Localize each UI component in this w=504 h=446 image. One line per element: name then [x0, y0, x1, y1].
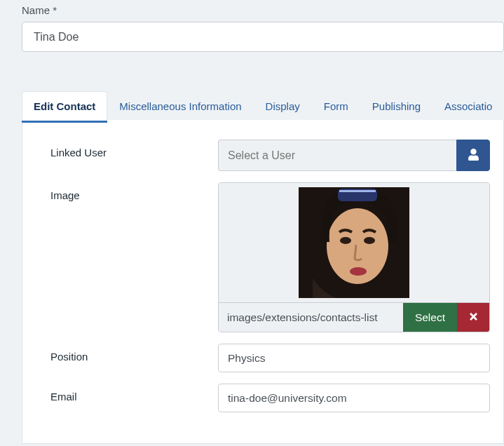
- svg-point-6: [350, 267, 367, 276]
- tab-associations[interactable]: Associatio: [433, 91, 504, 121]
- tab-label: Miscellaneous Information: [119, 100, 241, 112]
- image-field: Select: [218, 182, 490, 332]
- linked-user-label: Linked User: [50, 140, 218, 158]
- svg-rect-3: [339, 190, 376, 192]
- position-input[interactable]: [218, 344, 490, 372]
- user-icon: [468, 149, 479, 163]
- close-icon: [468, 311, 479, 324]
- image-clear-button[interactable]: [457, 303, 489, 332]
- image-path-input[interactable]: [219, 303, 403, 332]
- tab-display[interactable]: Display: [254, 91, 312, 121]
- tab-label: Edit Contact: [34, 100, 95, 112]
- tab-publishing[interactable]: Publishing: [360, 91, 433, 121]
- tab-bar: Edit Contact Miscellaneous Information D…: [22, 90, 504, 121]
- image-preview: [219, 183, 489, 302]
- tab-form[interactable]: Form: [312, 91, 360, 121]
- svg-point-5: [364, 237, 375, 244]
- email-label: Email: [50, 384, 218, 403]
- email-input[interactable]: [218, 384, 490, 412]
- tab-label: Form: [324, 100, 348, 112]
- tab-edit-contact[interactable]: Edit Contact: [22, 91, 107, 121]
- tab-label: Associatio: [444, 100, 492, 112]
- tab-miscellaneous-information[interactable]: Miscellaneous Information: [107, 91, 253, 121]
- image-select-button[interactable]: Select: [403, 303, 457, 332]
- name-input[interactable]: [22, 22, 504, 52]
- image-label: Image: [50, 182, 218, 201]
- edit-contact-panel: Linked User Image: [22, 120, 504, 444]
- position-label: Position: [50, 344, 218, 363]
- tab-label: Publishing: [372, 100, 421, 112]
- svg-point-4: [340, 237, 351, 244]
- linked-user-input[interactable]: [218, 140, 456, 171]
- tab-label: Display: [266, 100, 300, 112]
- linked-user-select-button[interactable]: [456, 140, 490, 171]
- photo-icon: [299, 187, 409, 298]
- name-label: Name *: [22, 0, 57, 22]
